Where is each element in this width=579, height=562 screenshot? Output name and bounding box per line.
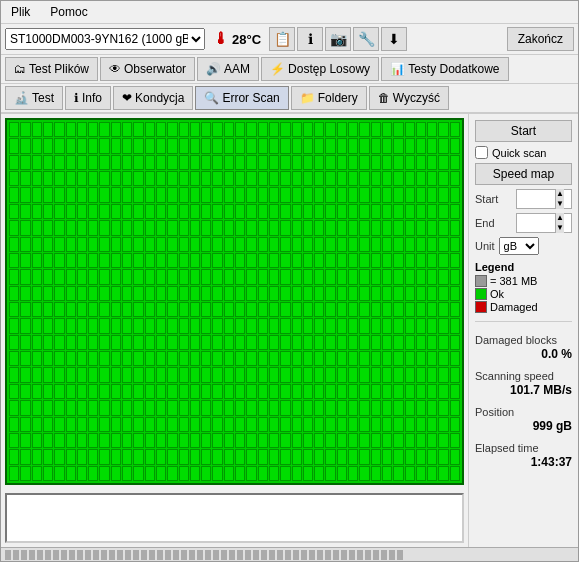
start-button[interactable]: Start <box>475 120 572 142</box>
speed-map-button[interactable]: Speed map <box>475 163 572 185</box>
tab-test-files[interactable]: 🗂 Test Plików <box>5 57 98 81</box>
grid-cell <box>20 204 30 219</box>
grid-cell <box>359 171 369 186</box>
grid-cell <box>280 286 290 301</box>
drive-select[interactable]: ST1000DM003-9YN162 (1000 gB) <box>5 28 205 50</box>
grid-cell <box>337 155 347 170</box>
grid-cell <box>303 335 313 350</box>
grid-cell <box>212 171 222 186</box>
grid-cell <box>393 204 403 219</box>
grid-cell <box>156 433 166 448</box>
grid-cell <box>427 269 437 284</box>
grid-cell <box>371 351 381 366</box>
tab-error-scan[interactable]: 🔍 Error Scan <box>195 86 288 110</box>
tab-folders[interactable]: 📁 Foldery <box>291 86 367 110</box>
info-button[interactable]: ℹ <box>297 27 323 51</box>
grid-cell <box>393 351 403 366</box>
tab-observer[interactable]: 👁 Obserwator <box>100 57 195 81</box>
grid-cell <box>438 384 448 399</box>
end-spin-down[interactable]: ▼ <box>556 223 564 233</box>
grid-cell <box>416 138 426 153</box>
grid-cell <box>258 171 268 186</box>
tab-clear[interactable]: 🗑 Wyczyść <box>369 86 449 110</box>
grid-cell <box>156 335 166 350</box>
grid-cell <box>20 187 30 202</box>
grid-cell <box>405 302 415 317</box>
grid-cell <box>269 351 279 366</box>
grid-cell <box>269 384 279 399</box>
unit-select[interactable]: gB <box>499 237 539 255</box>
grid-cell <box>303 187 313 202</box>
start-input[interactable]: 0 <box>517 190 555 208</box>
grid-cell <box>325 449 335 464</box>
thermometer-icon: 🌡 <box>213 30 229 48</box>
arrow-down-button[interactable]: ⬇ <box>381 27 407 51</box>
finish-button[interactable]: Zakończ <box>507 27 574 51</box>
copy-button[interactable]: 📋 <box>269 27 295 51</box>
grid-cell <box>314 171 324 186</box>
grid-cell <box>179 318 189 333</box>
grid-cell <box>133 367 143 382</box>
camera-button[interactable]: 📷 <box>325 27 351 51</box>
grid-cell <box>258 269 268 284</box>
tab-info[interactable]: ℹ Info <box>65 86 111 110</box>
tab-random-access[interactable]: ⚡ Dostęp Losowy <box>261 57 379 81</box>
grid-cell <box>438 449 448 464</box>
grid-cell <box>303 351 313 366</box>
grid-cell <box>190 384 200 399</box>
grid-cell <box>201 237 211 252</box>
wrench-button[interactable]: 🔧 <box>353 27 379 51</box>
grid-cell <box>9 237 19 252</box>
grid-cell <box>416 433 426 448</box>
grid-cell <box>303 171 313 186</box>
grid-cell <box>382 286 392 301</box>
grid-cell <box>292 237 302 252</box>
grid-cell <box>382 351 392 366</box>
tab-extra-tests[interactable]: 📊 Testy Dodatkowe <box>381 57 508 81</box>
grid-cell <box>325 253 335 268</box>
tab-test[interactable]: 🔬 Test <box>5 86 63 110</box>
grid-cell <box>280 204 290 219</box>
grid-cell <box>145 367 155 382</box>
start-spin-down[interactable]: ▼ <box>556 199 564 209</box>
grid-cell <box>314 367 324 382</box>
grid-cell <box>348 155 358 170</box>
grid-cell <box>179 449 189 464</box>
grid-cell <box>269 269 279 284</box>
menu-file[interactable]: Plik <box>5 3 36 21</box>
grid-cell <box>371 122 381 137</box>
menu-help[interactable]: Pomoc <box>44 3 93 21</box>
grid-cell <box>348 367 358 382</box>
grid-cell <box>9 171 19 186</box>
grid-cell <box>269 138 279 153</box>
grid-cell <box>111 466 121 481</box>
grid-cell <box>54 466 64 481</box>
start-spin-up[interactable]: ▲ <box>556 189 564 199</box>
grid-cell <box>359 318 369 333</box>
end-input[interactable]: 1000 <box>517 214 555 232</box>
grid-cell <box>190 351 200 366</box>
grid-cell <box>66 433 76 448</box>
grid-cell <box>371 269 381 284</box>
tab-kondycja[interactable]: ❤ Kondycja <box>113 86 193 110</box>
grid-cell <box>292 269 302 284</box>
grid-cell <box>54 155 64 170</box>
grid-cell <box>32 433 42 448</box>
grid-cell <box>246 269 256 284</box>
unit-row: Unit gB <box>475 237 572 255</box>
grid-cell <box>167 384 177 399</box>
grid-cell <box>54 187 64 202</box>
grid-cell <box>359 466 369 481</box>
grid-cell <box>325 269 335 284</box>
grid-cell <box>167 237 177 252</box>
grid-cell <box>337 449 347 464</box>
grid-cell <box>235 253 245 268</box>
grid-cell <box>212 138 222 153</box>
end-spin-up[interactable]: ▲ <box>556 213 564 223</box>
tab-aam[interactable]: 🔊 AAM <box>197 57 259 81</box>
grid-cell <box>280 318 290 333</box>
grid-cell <box>77 417 87 432</box>
quick-scan-checkbox[interactable] <box>475 146 488 159</box>
grid-cell <box>20 253 30 268</box>
grid-cell <box>246 433 256 448</box>
